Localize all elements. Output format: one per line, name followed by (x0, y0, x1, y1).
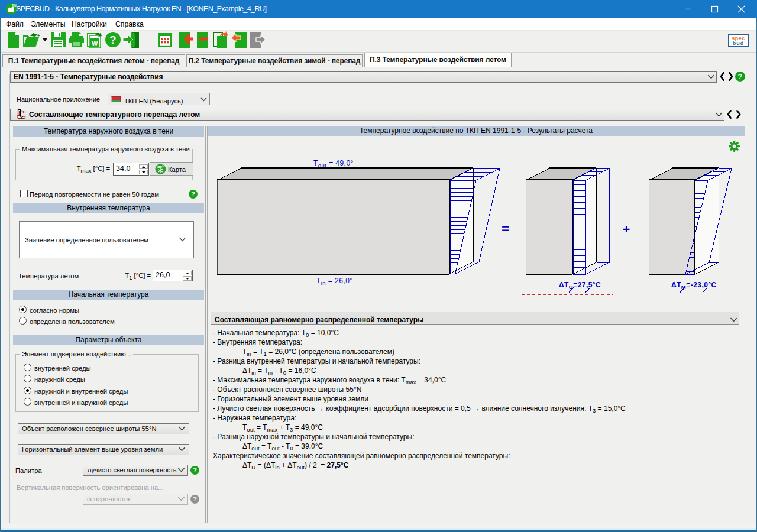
svg-text:EN: EN (162, 164, 166, 167)
svg-text:?: ? (738, 73, 743, 81)
svg-text:?: ? (109, 34, 117, 46)
svg-text:°C: °C (21, 110, 26, 114)
svg-text:W: W (92, 40, 98, 47)
